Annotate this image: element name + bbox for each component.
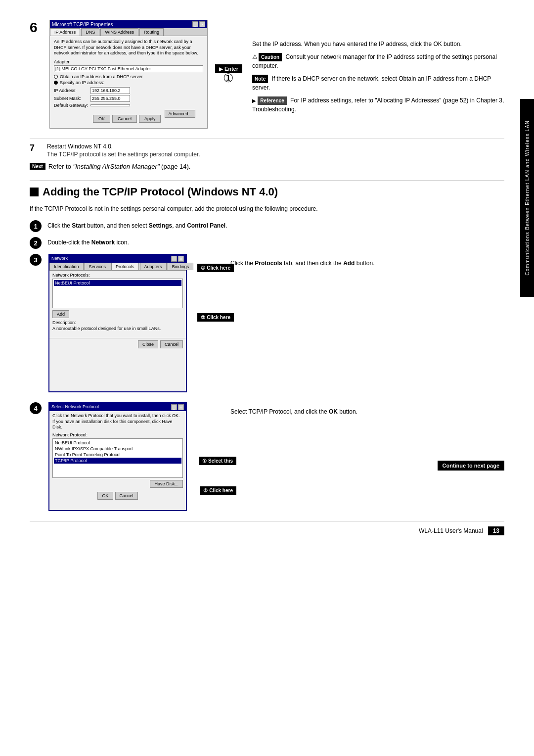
step6-cancel-btn[interactable]: Cancel (112, 115, 137, 123)
step2-circle: 2 (30, 237, 42, 249)
step3-netbeui-item[interactable]: NetBEUI Protocol (54, 280, 181, 286)
step6-area: 6 Microsoft TCP/IP Properties _ × IP Add… (30, 20, 504, 129)
step6-instructions: Set the IP address. When you have entere… (222, 20, 504, 129)
step6-dialog-body: An IP address can be automatically assig… (50, 36, 207, 113)
step4-instructions: Select TCP/IP Protocol, and click the OK… (191, 402, 504, 511)
step6-subnet-row: Subnet Mask: 255.255.255.0 (54, 95, 203, 102)
step3-num-col: 3 (30, 254, 44, 392)
step6-gateway-row: Default Gateway: (54, 103, 203, 108)
step2-network-bold: Network (91, 239, 115, 246)
step6-subnet-label: Subnet Mask: (54, 96, 89, 101)
next-badge: Next (30, 163, 45, 170)
step3-click2-arrow: ② Click here (197, 313, 234, 322)
step6-caution-text: Consult your network manager for the IP … (252, 53, 497, 69)
step6-ip-field[interactable]: 192.168.160.2 (90, 87, 130, 94)
step3-bottom-btns: Close Cancel (49, 338, 186, 350)
step6-adapter-dropdown[interactable]: [1] MELCO LGY-PCI-TXC Fast Ethernet Adap… (54, 65, 203, 72)
step3-tab-adapters[interactable]: Adapters (140, 263, 167, 270)
footer-manual-title: WLA-L11 User's Manual (419, 527, 483, 534)
step3-dialog-body: Network Protocols: NetBEUI Protocol Add … (49, 271, 186, 338)
step3-add-btn[interactable]: Add (52, 310, 69, 318)
step3-tab-bindings[interactable]: Bindings (168, 263, 194, 270)
step7-area: 7 Restart Windows NT 4.0. The TCP/IP pro… (30, 143, 504, 159)
step7-number: 7 (30, 143, 42, 153)
step6-ip-label: IP Address: (54, 88, 89, 93)
step6-reference-badge: Reference (258, 96, 286, 105)
page-footer: WLA-L11 User's Manual 13 (30, 521, 504, 535)
step4-close-btn[interactable]: × (178, 404, 184, 410)
step3-num: 3 (34, 256, 37, 264)
step3-circle: 3 (30, 254, 42, 266)
step6-radio-specify-circle (54, 81, 58, 85)
step6-close-btn[interactable]: × (199, 21, 205, 27)
side-tab-label: Communications Between Ethernet LAN and … (525, 120, 530, 276)
step2-num: 2 (34, 239, 37, 247)
step6-tab-ipaddress[interactable]: IP Address (50, 28, 80, 36)
continue-wrapper: Continue to next page (230, 456, 504, 471)
step6-radio-specify[interactable]: Specify an IP address: (54, 80, 203, 85)
step6-radio-group: Obtain an IP address from a DHCP server … (54, 74, 203, 85)
section-header: Adding the TCP/IP Protocol (Windows NT 4… (30, 186, 504, 198)
step4-click-arrow: ② Click here (200, 486, 236, 495)
step4-dialog-titlebar: Select Network Protocol _ × (49, 403, 186, 411)
step6-note-badge: Note (252, 75, 268, 83)
step6-adapter-label: Adapter (54, 59, 203, 64)
step3-tab-identification[interactable]: Identification (49, 263, 84, 270)
step4-pptp[interactable]: Point To Point Tunneling Protocol (54, 452, 181, 458)
step6-advanced-btn[interactable]: Advanced... (165, 110, 195, 118)
step4-tcpip[interactable]: TCP/IP Protocol (54, 458, 181, 464)
step4-titlebar-btns: _ × (171, 404, 184, 410)
step3-click1-badge: ① Click here (197, 264, 234, 272)
step1-controlpanel-bold: Control Panel (187, 222, 225, 229)
step6-minimize-btn[interactable]: _ (192, 21, 198, 27)
step6-caution-badge-wrap: ⚠ Caution (252, 52, 284, 61)
step6-titlebar-buttons: _ × (192, 21, 205, 27)
step3-tab-protocols[interactable]: Protocols (111, 263, 139, 270)
step6-radio-dhcp[interactable]: Obtain an IP address from a DHCP server (54, 74, 203, 79)
step6-reference-text: For IP address settings, refer to "Alloc… (252, 97, 504, 113)
step6-ok-btn[interactable]: OK (93, 115, 110, 123)
step2-text: Double-click the Network icon. (47, 237, 129, 247)
step3-tab-services[interactable]: Services (85, 263, 111, 270)
step4-dialog-body: Click the Network Protocol that you want… (49, 411, 186, 504)
step3-close-btn[interactable]: × (178, 256, 184, 262)
step2-area: 2 Double-click the Network icon. (30, 237, 504, 249)
step6-left: 6 Microsoft TCP/IP Properties _ × IP Add… (30, 20, 208, 129)
step6-tab-dns[interactable]: DNS (81, 28, 99, 36)
step4-cancel-btn[interactable]: Cancel (115, 492, 138, 500)
step3-dialog-title: Network (51, 256, 68, 262)
step1-settings-bold: Settings (149, 222, 172, 229)
section-title: Adding the TCP/IP Protocol (Windows NT 4… (43, 186, 278, 198)
step6-caution-para: ⚠ Caution Consult your network manager f… (252, 52, 504, 70)
divider1 (30, 139, 504, 139)
step4-havedisk-btn[interactable]: Have Disk... (150, 480, 183, 488)
step4-nwlink[interactable]: NWLink IPX/SPX Compatible Transport (54, 446, 181, 452)
step1-circle: 1 (30, 220, 42, 232)
step3-instruction-text: Click the Protocols tab, and then click … (230, 259, 504, 268)
step4-ok-btn[interactable]: OK (97, 492, 113, 500)
step6-gateway-field[interactable] (90, 104, 130, 106)
step6-gateway-label: Default Gateway: (54, 103, 89, 108)
step3-btn-row: Add (52, 310, 183, 318)
step6-radio-dhcp-circle (54, 75, 58, 79)
step4-netbeui[interactable]: NetBEUI Protocol (54, 440, 181, 446)
step4-bottom-btns: OK Cancel (52, 490, 183, 502)
step4-minimize-btn[interactable]: _ (171, 404, 177, 410)
step3-minimize-btn[interactable]: _ (171, 256, 177, 262)
step6-tab-wins[interactable]: WINS Address (100, 28, 138, 36)
step3-cancel-btn[interactable]: Cancel (160, 340, 183, 348)
caution-warning-icon: ⚠ (252, 52, 258, 61)
step6-dialog-titlebar: Microsoft TCP/IP Properties _ × (50, 20, 207, 28)
continue-box: Continue to next page (438, 461, 505, 471)
step6-tab-routing[interactable]: Routing (139, 28, 164, 36)
step6-subnet-field[interactable]: 255.255.255.0 (90, 95, 130, 102)
step7-content: Restart Windows NT 4.0. The TCP/IP proto… (47, 143, 200, 159)
step6-number: 6 (30, 20, 44, 129)
step6-apply-btn[interactable]: Apply (139, 115, 161, 123)
step6-enter-arrow: Enter ① (215, 64, 242, 84)
step6-tabs: IP Address DNS WINS Address Routing (50, 28, 207, 36)
step3-close-bottom-btn[interactable]: Close (138, 340, 158, 348)
step6-dialog-title: Microsoft TCP/IP Properties (52, 22, 113, 27)
step6-note-para: Note If there is a DHCP server on the ne… (252, 74, 504, 92)
step7-main-text: Restart Windows NT 4.0. (47, 143, 200, 150)
